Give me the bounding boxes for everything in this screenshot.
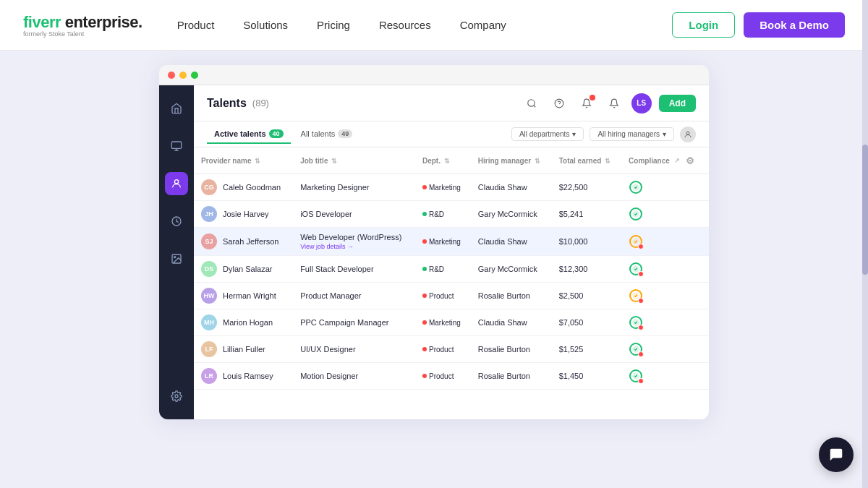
content-header: Talents (89)	[194, 85, 709, 121]
scrollbar[interactable]	[862, 0, 868, 488]
col-hiring-manager[interactable]: Hiring manager ⇅	[471, 147, 552, 174]
cell-hiring-manager: Rosalie Burton	[471, 283, 552, 309]
cell-job-title: Marketing Designer	[293, 174, 415, 201]
col-job-title[interactable]: Job title ⇅	[293, 147, 415, 174]
cell-hiring-manager: Rosalie Burton	[471, 336, 552, 363]
cell-compliance	[621, 283, 709, 309]
compliance-status-icon	[629, 369, 643, 383]
scrollbar-thumb[interactable]	[862, 145, 868, 275]
cell-compliance	[621, 363, 709, 390]
svg-point-8	[527, 99, 534, 106]
cell-provider-name: HW Herman Wright	[194, 283, 293, 309]
app-body: Talents (89)	[159, 85, 709, 419]
svg-point-6	[174, 257, 176, 258]
sidebar-icon-settings[interactable]	[165, 385, 188, 408]
nav-links: Product Solutions Pricing Resources Comp…	[177, 19, 673, 31]
cell-dept: R&D	[415, 201, 471, 228]
cell-provider-name: DS Dylan Salazar	[194, 256, 293, 283]
talents-table-wrap: Provider name ⇅ Job title ⇅ Dept. ⇅	[194, 147, 709, 419]
cell-job-title: Web Developer (WordPress)View job detail…	[293, 228, 415, 256]
cell-total-earned: $7,050	[552, 309, 621, 336]
cell-hiring-manager: Gary McCormick	[471, 256, 552, 283]
col-provider-name[interactable]: Provider name ⇅	[194, 147, 293, 174]
book-demo-button[interactable]: Book a Demo	[744, 12, 845, 38]
compliance-status-icon	[629, 207, 643, 221]
sidebar-icon-talents[interactable]	[165, 172, 188, 195]
logo-subtitle: formerly Stoke Talent	[23, 30, 142, 38]
cell-dept: Product	[415, 283, 471, 309]
table-row[interactable]: LR Louis Ramsey Motion DesignerProductRo…	[194, 363, 709, 390]
cell-provider-name: MH Marion Hogan	[194, 309, 293, 336]
compliance-status-icon	[629, 180, 643, 194]
cell-dept: Product	[415, 363, 471, 390]
compliance-status-icon	[629, 262, 643, 276]
user-avatar[interactable]: LS	[631, 93, 652, 114]
nav-company[interactable]: Company	[460, 19, 506, 31]
search-icon-btn[interactable]	[522, 93, 542, 114]
cell-dept: Marketing	[415, 228, 471, 256]
notification-badge	[590, 95, 595, 100]
cell-total-earned: $10,000	[552, 228, 621, 256]
window-maximize-dot[interactable]	[191, 72, 198, 79]
col-dept[interactable]: Dept. ⇅	[415, 147, 471, 174]
table-row[interactable]: LF Lillian Fuller UI/UX DesignerProductR…	[194, 336, 709, 363]
cell-compliance	[621, 228, 709, 256]
cell-total-earned: $1,525	[552, 336, 621, 363]
header-left: Talents (89)	[207, 97, 269, 110]
compliance-status-icon	[629, 288, 643, 303]
table-row[interactable]: CG Caleb Goodman Marketing DesignerMarke…	[194, 174, 709, 201]
filter-avatar-icon[interactable]	[680, 127, 696, 142]
cell-job-title: Full Stack Developer	[293, 256, 415, 283]
window-close-dot[interactable]	[168, 72, 175, 79]
filter-hiring-managers[interactable]: All hiring managers ▾	[590, 127, 674, 141]
nav-resources[interactable]: Resources	[379, 19, 431, 31]
nav-pricing[interactable]: Pricing	[317, 19, 350, 31]
filter-departments[interactable]: All departments ▾	[511, 127, 584, 141]
sidebar-icon-clock[interactable]	[165, 210, 188, 233]
notification-icon-btn[interactable]	[576, 93, 597, 114]
header-right: LS Add	[522, 93, 696, 114]
table-row[interactable]: SJ Sarah Jefferson Web Developer (WordPr…	[194, 228, 709, 256]
cell-total-earned: $5,241	[552, 201, 621, 228]
main-area: Talents (89)	[0, 51, 868, 488]
login-button[interactable]: Login	[672, 12, 735, 38]
bell-icon-btn[interactable]	[604, 93, 624, 114]
table-row[interactable]: MH Marion Hogan PPC Campaign ManagerMark…	[194, 309, 709, 336]
help-icon-btn[interactable]	[549, 93, 569, 114]
sidebar-icon-photo[interactable]	[165, 247, 188, 270]
sidebar-icon-home[interactable]	[165, 97, 188, 120]
compliance-status-icon	[629, 234, 643, 249]
cell-total-earned: $2,500	[552, 283, 621, 309]
compliance-settings-icon[interactable]: ⚙	[683, 153, 697, 168]
logo-area: fiverr enterprise. formerly Stoke Talent	[23, 13, 142, 38]
cell-compliance	[621, 256, 709, 283]
add-button[interactable]: Add	[659, 95, 696, 112]
tab-active-talents[interactable]: Active talents 40	[207, 125, 291, 144]
cell-provider-name: LR Louis Ramsey	[194, 363, 293, 390]
compliance-status-icon	[629, 315, 643, 330]
view-job-link[interactable]: View job details →	[300, 243, 408, 250]
cell-provider-name: SJ Sarah Jefferson	[194, 228, 293, 256]
col-total-earned[interactable]: Total earned ⇅	[552, 147, 621, 174]
table-row[interactable]: HW Herman Wright Product ManagerProductR…	[194, 283, 709, 309]
chat-button[interactable]	[819, 437, 854, 472]
sidebar-icon-projects[interactable]	[165, 134, 188, 158]
cell-provider-name: JH Josie Harvey	[194, 201, 293, 228]
table-row[interactable]: JH Josie Harvey iOS DeveloperR&DGary McC…	[194, 201, 709, 228]
table-row[interactable]: DS Dylan Salazar Full Stack DeveloperR&D…	[194, 256, 709, 283]
svg-rect-0	[171, 142, 181, 148]
sidebar	[159, 85, 194, 419]
cell-hiring-manager: Claudia Shaw	[471, 309, 552, 336]
nav-product[interactable]: Product	[177, 19, 215, 31]
tabs-right: All departments ▾ All hiring managers ▾	[511, 127, 696, 142]
cell-dept: Marketing	[415, 174, 471, 201]
window-minimize-dot[interactable]	[179, 72, 187, 79]
app-window: Talents (89)	[159, 65, 709, 419]
nav-solutions[interactable]: Solutions	[243, 19, 288, 31]
tab-all-talents[interactable]: All talents 49	[294, 125, 360, 144]
svg-point-12	[686, 132, 689, 134]
cell-job-title: iOS Developer	[293, 201, 415, 228]
talents-table: Provider name ⇅ Job title ⇅ Dept. ⇅	[194, 147, 709, 390]
col-compliance[interactable]: Compliance ↗ ⚙	[621, 147, 709, 174]
tabs-bar: Active talents 40 All talents 49 All dep…	[194, 121, 709, 147]
